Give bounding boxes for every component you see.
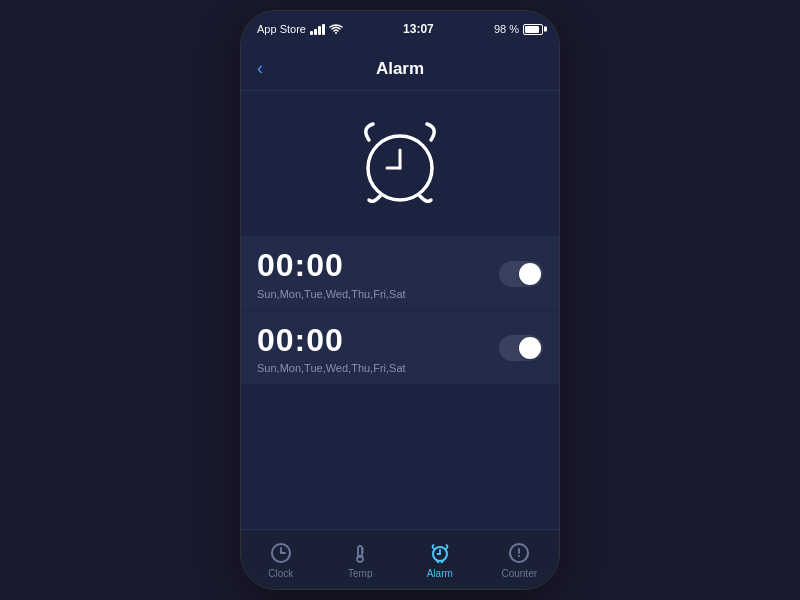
alarm-toggle-2[interactable]: [499, 335, 543, 361]
svg-point-15: [518, 555, 520, 557]
battery-icon: [523, 24, 543, 35]
wifi-icon: [329, 24, 343, 35]
alarm-time-1: 00:00: [257, 248, 406, 283]
alarm-tab-icon: [428, 541, 452, 565]
clock-display: [241, 91, 559, 235]
content-area: 00:00 Sun,Mon,Tue,Wed,Thu,Fri,Sat 00:00 …: [241, 91, 559, 529]
alarm-time-2: 00:00: [257, 323, 406, 358]
phone-frame: App Store 13:07 98 % ‹ Alar: [240, 10, 560, 590]
alarm-item-2[interactable]: 00:00 Sun,Mon,Tue,Wed,Thu,Fri,Sat: [241, 310, 559, 385]
alarm-days-2: Sun,Mon,Tue,Wed,Thu,Fri,Sat: [257, 362, 406, 374]
alarm-days-1: Sun,Mon,Tue,Wed,Thu,Fri,Sat: [257, 288, 406, 300]
counter-tab-icon: [507, 541, 531, 565]
battery-percent: 98 %: [494, 23, 519, 35]
alarm-list: 00:00 Sun,Mon,Tue,Wed,Thu,Fri,Sat 00:00 …: [241, 235, 559, 384]
status-bar: App Store 13:07 98 %: [241, 11, 559, 47]
clock-tab-icon: [269, 541, 293, 565]
alarm-clock-icon: [345, 108, 455, 218]
page-title: Alarm: [376, 59, 424, 79]
status-time: 13:07: [403, 22, 434, 36]
carrier-text: App Store: [257, 23, 306, 35]
toggle-knob-1: [519, 263, 541, 285]
tab-clock-label: Clock: [268, 568, 293, 579]
spacer: [241, 385, 559, 529]
back-button[interactable]: ‹: [257, 58, 263, 79]
tab-temp-label: Temp: [348, 568, 372, 579]
tab-temp[interactable]: Temp: [321, 541, 401, 579]
alarm-info-2: 00:00 Sun,Mon,Tue,Wed,Thu,Fri,Sat: [257, 323, 406, 374]
status-right: 98 %: [494, 23, 543, 35]
tab-bar: Clock Temp: [241, 529, 559, 589]
toggle-knob-2: [519, 337, 541, 359]
signal-icon: [310, 24, 325, 35]
tab-counter-label: Counter: [501, 568, 537, 579]
tab-counter[interactable]: Counter: [480, 541, 560, 579]
status-left: App Store: [257, 23, 343, 35]
tab-clock[interactable]: Clock: [241, 541, 321, 579]
tab-alarm-label: Alarm: [427, 568, 453, 579]
alarm-info-1: 00:00 Sun,Mon,Tue,Wed,Thu,Fri,Sat: [257, 248, 406, 299]
tab-alarm[interactable]: Alarm: [400, 541, 480, 579]
alarm-item-1[interactable]: 00:00 Sun,Mon,Tue,Wed,Thu,Fri,Sat: [241, 235, 559, 309]
nav-bar: ‹ Alarm: [241, 47, 559, 91]
temp-tab-icon: [348, 541, 372, 565]
alarm-toggle-1[interactable]: [499, 261, 543, 287]
